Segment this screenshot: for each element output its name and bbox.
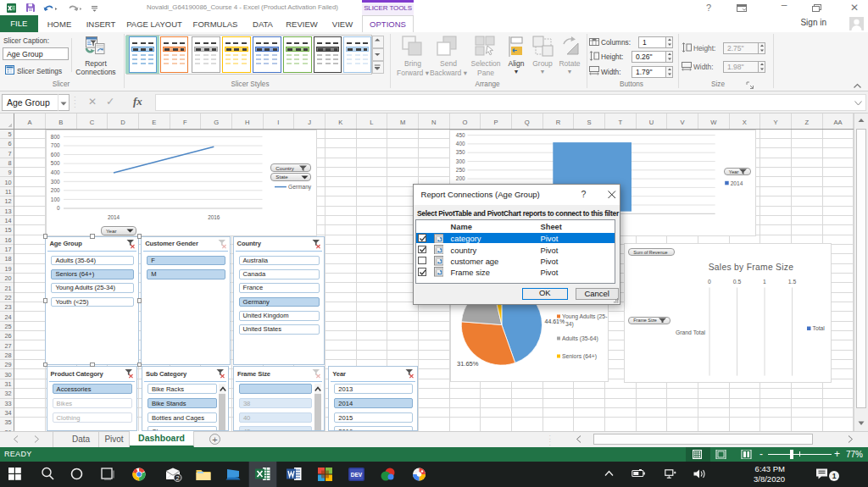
svg-text:8: 8 xyxy=(8,158,11,166)
svg-text:W: W xyxy=(710,119,717,126)
svg-text:13: 13 xyxy=(4,207,11,214)
svg-text:31: 31 xyxy=(4,380,11,388)
svg-text:1.5: 1.5 xyxy=(788,279,797,285)
svg-text:25: 25 xyxy=(4,322,11,329)
svg-text:27: 27 xyxy=(4,341,11,349)
svg-text:700: 700 xyxy=(50,142,59,148)
svg-text:7: 7 xyxy=(8,149,11,157)
svg-text:O: O xyxy=(462,119,467,126)
svg-text:12: 12 xyxy=(4,197,11,205)
svg-text:D: D xyxy=(120,119,125,126)
svg-text:30: 30 xyxy=(4,370,11,378)
svg-text:0.5: 0.5 xyxy=(733,279,742,285)
svg-text:G: G xyxy=(214,119,219,126)
svg-text:2014: 2014 xyxy=(107,214,120,220)
svg-text:16: 16 xyxy=(4,235,11,243)
svg-text:22: 22 xyxy=(4,293,11,301)
svg-text:600: 600 xyxy=(50,151,59,157)
svg-text:Q: Q xyxy=(525,119,530,126)
svg-text:32: 32 xyxy=(4,390,11,397)
svg-text:250: 250 xyxy=(456,167,465,173)
svg-text:Germany: Germany xyxy=(288,184,312,191)
svg-text:2014: 2014 xyxy=(731,180,743,185)
svg-text:Y: Y xyxy=(774,119,778,126)
svg-text:33: 33 xyxy=(4,399,11,407)
svg-text:35: 35 xyxy=(4,418,11,426)
svg-text:6: 6 xyxy=(8,140,11,147)
svg-text:44.61%: 44.61% xyxy=(545,318,565,324)
svg-text:28: 28 xyxy=(4,351,11,358)
svg-text:L: L xyxy=(370,119,373,126)
svg-text:0: 0 xyxy=(56,205,59,211)
svg-text:400: 400 xyxy=(50,169,59,174)
svg-text:500: 500 xyxy=(50,160,59,166)
svg-text:19: 19 xyxy=(4,264,11,272)
svg-text:21: 21 xyxy=(4,284,11,291)
svg-text:29: 29 xyxy=(4,361,11,368)
svg-text:14: 14 xyxy=(4,217,11,224)
svg-text:24: 24 xyxy=(4,313,11,320)
svg-text:T: T xyxy=(618,119,622,126)
svg-text:E: E xyxy=(152,119,156,126)
svg-text:400: 400 xyxy=(456,141,465,147)
svg-text:11: 11 xyxy=(5,188,12,196)
svg-text:800: 800 xyxy=(50,133,59,139)
svg-text:0: 0 xyxy=(708,279,711,285)
svg-text:Total: Total xyxy=(813,325,826,331)
svg-text:15: 15 xyxy=(4,226,11,234)
svg-text:2: 2 xyxy=(175,474,179,482)
svg-text:34: 34 xyxy=(4,409,11,417)
svg-text:DEV: DEV xyxy=(351,472,363,478)
svg-text:450: 450 xyxy=(456,131,465,137)
svg-text:I: I xyxy=(277,119,279,126)
svg-text:Seniors (64+): Seniors (64+) xyxy=(562,353,597,360)
svg-text:26: 26 xyxy=(4,332,11,340)
svg-text:20: 20 xyxy=(4,274,11,282)
svg-text:23: 23 xyxy=(4,303,11,311)
svg-text:34): 34) xyxy=(565,321,574,328)
svg-text:F: F xyxy=(183,119,187,126)
svg-text:R: R xyxy=(556,119,561,126)
svg-text:1: 1 xyxy=(763,279,766,285)
svg-text:100: 100 xyxy=(50,196,59,202)
svg-text:AA: AA xyxy=(833,119,843,126)
svg-text:18: 18 xyxy=(4,255,11,263)
svg-text:Young Adults (25-: Young Adults (25- xyxy=(562,313,607,320)
svg-text:X: X xyxy=(743,119,747,126)
svg-text:Sales by Frame Size: Sales by Frame Size xyxy=(709,263,794,272)
svg-text:200: 200 xyxy=(50,187,59,193)
svg-text:H: H xyxy=(245,119,249,126)
svg-text:Adults (35-64): Adults (35-64) xyxy=(562,335,598,342)
svg-text:5: 5 xyxy=(8,130,11,137)
svg-text:10: 10 xyxy=(4,178,11,185)
svg-text:2016: 2016 xyxy=(208,214,220,220)
svg-text:J: J xyxy=(308,119,311,126)
svg-text:Grand Total: Grand Total xyxy=(676,329,706,335)
svg-text:9: 9 xyxy=(8,169,11,176)
svg-text:P: P xyxy=(494,119,498,126)
svg-text:C: C xyxy=(90,119,95,126)
svg-text:31.65%: 31.65% xyxy=(457,360,479,368)
svg-text:U: U xyxy=(649,119,654,126)
svg-text:M: M xyxy=(400,119,405,126)
svg-text:K: K xyxy=(338,119,342,126)
svg-text:S: S xyxy=(587,119,592,126)
svg-text:N: N xyxy=(431,119,436,126)
svg-text:350: 350 xyxy=(456,149,465,155)
svg-text:17: 17 xyxy=(4,246,11,253)
svg-text:Z: Z xyxy=(804,119,809,126)
svg-text:300: 300 xyxy=(50,178,59,184)
svg-text:200: 200 xyxy=(456,175,465,181)
svg-text:B: B xyxy=(58,119,63,126)
svg-text:300: 300 xyxy=(456,158,465,163)
